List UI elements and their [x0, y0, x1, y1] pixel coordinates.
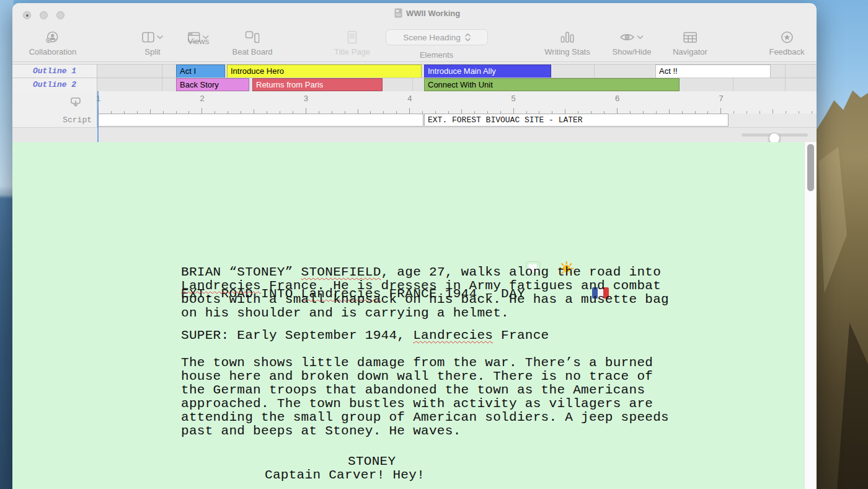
scene-cell-2[interactable]: EXT. FOREST BIVOUAC SITE - LATER	[424, 114, 728, 127]
title-page-icon	[347, 28, 358, 47]
ruler-label-cell	[12, 91, 97, 114]
outline-bar[interactable]: Introduce Main Ally	[424, 65, 551, 78]
chevron-down-icon	[637, 35, 644, 39]
outline-row-1: Outline 1 Act IIntroduce HeroIntroduce M…	[12, 65, 817, 78]
split-icon	[142, 32, 154, 43]
script-label: Script	[63, 114, 92, 127]
document-proxy-icon	[394, 8, 402, 18]
ruler-number: 2	[200, 94, 204, 103]
script-document[interactable]: EXT. ROAD INTO Landrecies FRANCE 1944 – …	[12, 142, 804, 489]
toolbar-label: Title Page	[334, 47, 370, 56]
cell-divider	[594, 65, 595, 78]
toolbar-beat-board[interactable]: Beat Board	[232, 28, 272, 56]
timeline-ruler: 1234567	[12, 91, 817, 114]
toolbar-label: Show/Hide	[613, 47, 652, 56]
scene-heading-dropdown[interactable]: Scene Heading	[386, 29, 488, 45]
navigator-icon	[683, 28, 697, 47]
ruler-tick	[254, 109, 254, 114]
outline-bar[interactable]: Returns from Paris	[252, 78, 383, 91]
chevron-down-icon	[157, 35, 163, 39]
ruler-tick	[720, 108, 721, 114]
window-title: WWII Working	[406, 9, 460, 18]
script-scene-strip: Script EXT. ROAD INTO Landrecies FRANCE …	[12, 114, 817, 127]
collaboration-icon	[46, 28, 60, 47]
zoom-button[interactable]	[56, 11, 64, 19]
outline-2-label-cell[interactable]: Outline 2	[12, 78, 97, 91]
writing-stats-icon	[560, 28, 574, 47]
toolbar-label: Writing Stats	[544, 47, 590, 56]
toolbar-split[interactable]: Split	[142, 28, 163, 56]
toolbar-collaboration[interactable]: Collaboration	[29, 28, 77, 56]
chevron-up-down-icon	[465, 33, 471, 42]
outline-bar[interactable]: Act !!	[655, 65, 771, 78]
ruler-number: 3	[304, 94, 308, 103]
close-button[interactable]	[23, 11, 31, 19]
ruler-number: 5	[512, 94, 516, 103]
desktop-wallpaper-ocean	[0, 0, 14, 489]
cell-divider	[412, 78, 413, 91]
toolbar-show-hide[interactable]: Show/Hide	[613, 28, 652, 56]
scrollbar-thumb[interactable]	[807, 144, 814, 191]
zoom-slider-row	[12, 127, 817, 142]
ruler-tick	[306, 108, 306, 114]
app-window: WWII Working Collaboration	[12, 3, 817, 489]
toolbar-title-page: Title Page	[334, 28, 370, 56]
ruler-tick	[773, 109, 773, 114]
toolbar-feedback[interactable]: Feedback	[769, 28, 804, 56]
pin-marker-icon[interactable]	[70, 97, 81, 108]
scrollbar-track[interactable]	[804, 142, 817, 489]
toolbar: Collaboration Split	[12, 22, 817, 62]
action: BRIAN “STONEY” STONEFIELD, age 27, walks…	[181, 266, 669, 320]
timeline-caret	[97, 91, 99, 142]
ruler-tick	[409, 108, 410, 114]
feedback-star-icon	[780, 28, 794, 47]
cinema-emoji	[311, 114, 330, 127]
cell-divider	[785, 78, 786, 91]
window-title-group: WWII Working	[394, 8, 460, 18]
outline-bar[interactable]: Introduce Hero	[227, 65, 422, 78]
cell-divider	[785, 65, 786, 78]
toolbar-views[interactable]: Views	[188, 28, 209, 46]
toolbar-label: Navigator	[673, 47, 707, 56]
ruler-tick	[513, 108, 514, 114]
outline-1-label: Outline 1	[12, 65, 97, 78]
titlebar: WWII Working	[12, 3, 817, 22]
toolbar-label: Feedback	[769, 47, 804, 56]
toolbar-elements[interactable]: Elements	[420, 50, 453, 60]
ruler-tick	[358, 109, 358, 114]
close-dot	[26, 14, 29, 17]
toolbar-label: Collaboration	[29, 47, 77, 56]
outline-1-label-cell[interactable]: Outline 1	[12, 65, 97, 78]
scene-cell-1[interactable]: EXT. ROAD INTO Landrecies FRANCE 1944 - …	[98, 114, 423, 127]
minimize-button[interactable]	[40, 11, 48, 19]
character: STONEY	[348, 455, 396, 469]
outline-bar[interactable]: Connect With Unit	[424, 78, 680, 91]
toolbar-writing-stats[interactable]: Writing Stats	[544, 28, 590, 56]
toolbar-label: Views	[188, 37, 209, 46]
desktop-wallpaper-cliff	[817, 0, 868, 489]
toolbar-label: Beat Board	[232, 47, 272, 56]
cell-divider	[733, 78, 733, 91]
cell-divider	[162, 65, 162, 78]
toolbar-label: Elements	[420, 50, 453, 60]
script-label-cell: Script	[12, 114, 97, 127]
ruler-tick	[565, 109, 565, 114]
ruler-number: 6	[615, 94, 619, 103]
ruler-tick	[669, 109, 670, 114]
dialogue: Captain Carver! Hey!	[265, 469, 425, 482]
toolbar-navigator[interactable]: Navigator	[673, 28, 707, 56]
beat-board-icon	[245, 28, 259, 47]
ruler-tick	[617, 108, 618, 114]
outline-bar[interactable]: Act I	[176, 65, 225, 78]
toolbar-label: Split	[144, 47, 160, 56]
ruler-number: 4	[407, 94, 412, 103]
action: The town shows little damage from the wa…	[181, 356, 669, 438]
zoom-slider-track[interactable]	[742, 133, 808, 137]
script-text: EXT. ROAD INTO Landrecies FRANCE 1944 – …	[12, 142, 804, 489]
outline-bar[interactable]: Back Story	[176, 78, 249, 91]
scene-heading-value: Scene Heading	[403, 33, 460, 42]
outline-2-label: Outline 2	[12, 78, 97, 91]
desktop: { "window": { "title": "WWII Working" },…	[0, 0, 868, 489]
action: SUPER: Early September 1944, Landrecies …	[181, 329, 549, 343]
cell-divider	[162, 78, 162, 91]
